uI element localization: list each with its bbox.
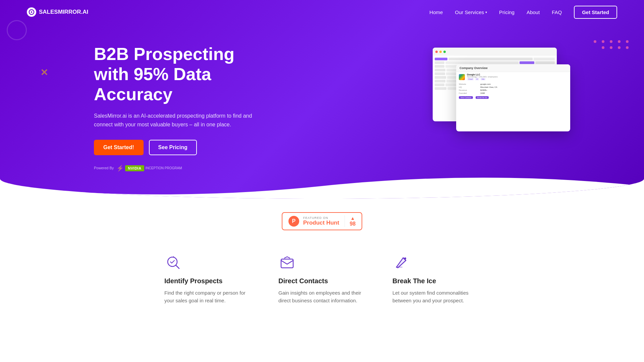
powered-by-block: Powered By ⚡ NVIDIA INCEPTION PROGRAM (94, 165, 255, 172)
nav-faq[interactable]: FAQ (552, 9, 562, 15)
logo-icon (27, 7, 36, 17)
identify-prospects-title: Identify Prospects (164, 277, 252, 285)
nav-services[interactable]: Our Services ▾ (455, 9, 487, 15)
product-hunt-badge[interactable]: P FEATURED ON Product Hunt ▲ 98 (282, 212, 362, 230)
hero-text-block: B2B Prospecting with 95% Data Accuracy S… (94, 44, 255, 172)
tag-ai: AI (475, 78, 479, 80)
svg-rect-2 (281, 259, 293, 268)
identify-prospects-desc: Find the right company or person for you… (164, 289, 252, 305)
product-hunt-section: P FEATURED ON Product Hunt ▲ 98 (0, 199, 644, 237)
inception-label: INCEPTION PROGRAM (146, 166, 182, 170)
tag-ads: Ads (480, 78, 486, 80)
hero-description: SalesMirror.ai is an AI-accelerated pros… (94, 112, 255, 129)
logo-text: SALESMIRROR.AI (39, 9, 88, 15)
direct-contacts-icon (278, 254, 296, 271)
hero-title: B2B Prospecting with 95% Data Accuracy (94, 44, 255, 104)
features-section: Identify Prospects Find the right compan… (0, 237, 644, 325)
product-hunt-text: FEATURED ON Product Hunt (303, 216, 339, 226)
powered-by-label: Powered By (94, 166, 114, 170)
break-ice-desc: Let our system find commonalities betwee… (392, 289, 480, 305)
company-details-body: Websitegoogle.com HQMountain View, CA Re… (456, 82, 570, 101)
nav-about[interactable]: About (527, 9, 540, 15)
chevron-down-icon: ▾ (485, 10, 487, 14)
nvidia-badge: NVIDIA (125, 165, 144, 171)
hero-section: ✕ B2B Prospecting with 95% Data Accuracy… (0, 0, 644, 199)
product-hunt-name: Product Hunt (303, 220, 339, 226)
see-pricing-button[interactable]: See Pricing (149, 140, 197, 155)
company-overview-header: Company Overview (456, 64, 570, 72)
direct-contacts-title: Direct Contacts (278, 277, 366, 285)
get-started-button[interactable]: Get Started! (94, 140, 144, 155)
break-ice-icon (392, 254, 410, 271)
svg-point-4 (404, 257, 406, 259)
feature-identify-prospects: Identify Prospects Find the right compan… (164, 254, 252, 305)
nav-home[interactable]: Home (429, 9, 443, 15)
view-contacts-button[interactable]: View Contacts (459, 96, 473, 99)
upvote-icon: ▲ (350, 216, 355, 221)
nav-links: Home Our Services ▾ Pricing About FAQ Ge… (429, 6, 617, 19)
break-ice-title: Break The Ice (392, 277, 480, 285)
logo[interactable]: SALESMIRROR.AI (27, 7, 88, 17)
company-info: Google LLC Technology • 150,000+ employe… (467, 73, 568, 80)
screenshot-front: Company Overview Google LLC Technology •… (456, 64, 570, 131)
company-name: Google LLC (467, 73, 568, 76)
nav-get-started-button[interactable]: Get Started (574, 6, 617, 19)
company-row: Google LLC Technology • 150,000+ employe… (456, 72, 570, 82)
svg-rect-3 (396, 266, 402, 268)
hero-inner: B2B Prospecting with 95% Data Accuracy S… (0, 24, 644, 199)
product-hunt-votes: ▲ 98 (344, 216, 356, 227)
navigation: SALESMIRROR.AI Home Our Services ▾ Prici… (0, 0, 644, 24)
feature-direct-contacts: Direct Contacts Gain insights on employe… (278, 254, 366, 305)
featured-label: FEATURED ON (303, 216, 339, 220)
feature-break-ice: Break The Ice Let our system find common… (392, 254, 480, 305)
identify-prospects-icon (164, 254, 182, 271)
vote-count: 98 (350, 221, 356, 227)
company-logo (459, 74, 465, 80)
product-hunt-logo: P (288, 216, 299, 227)
company-tags: Cloud AI Ads (467, 78, 568, 80)
break-ice-button[interactable]: Break the Ice (476, 96, 489, 99)
tag-cloud: Cloud (467, 78, 474, 80)
direct-contacts-desc: Gain insights on employees and their dir… (278, 289, 366, 305)
hero-buttons: Get Started! See Pricing (94, 140, 255, 155)
nav-pricing[interactable]: Pricing (499, 9, 515, 15)
